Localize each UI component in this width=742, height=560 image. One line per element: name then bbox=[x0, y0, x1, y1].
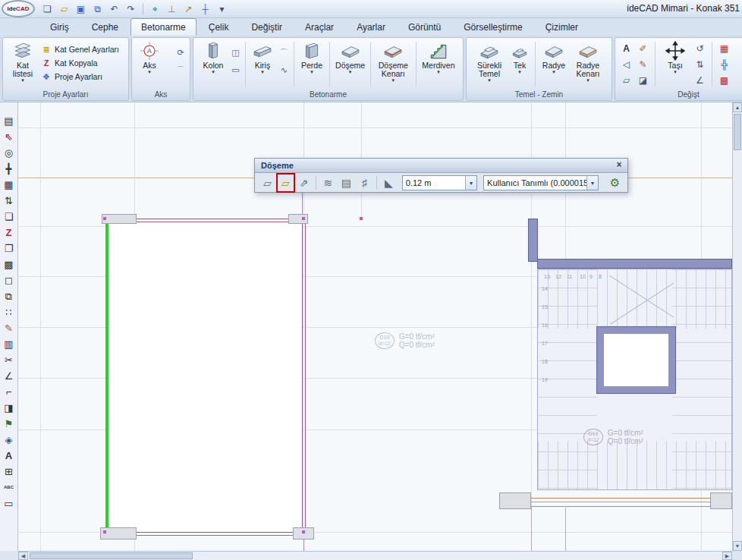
snap-near-icon[interactable]: ↗ bbox=[182, 2, 195, 16]
toolbar-options-icon[interactable]: ▾ bbox=[215, 2, 228, 16]
curved-beam-icon[interactable]: ∿ bbox=[278, 64, 290, 76]
vertical-scrollbar[interactable]: ▲ ▼ bbox=[732, 102, 742, 551]
copy-icon[interactable]: ❐ bbox=[2, 241, 17, 256]
wall-segment[interactable] bbox=[504, 506, 732, 507]
rect-icon[interactable]: ▭ bbox=[2, 496, 17, 511]
tab-goruntu[interactable]: Görüntü bbox=[398, 18, 451, 36]
table-icon[interactable]: ⊞ bbox=[2, 464, 17, 479]
column-block[interactable] bbox=[100, 527, 137, 540]
scroll-right-icon[interactable]: ▶ bbox=[722, 552, 732, 560]
kat-kopyala-button[interactable]: ZKat Kopyala bbox=[39, 56, 121, 70]
selected-wall-green[interactable] bbox=[105, 222, 108, 533]
redo-icon[interactable]: ↷ bbox=[124, 2, 137, 16]
angle-icon[interactable]: ∠ bbox=[2, 369, 17, 383]
column-block[interactable] bbox=[102, 214, 137, 224]
radye-kenari-button[interactable]: Radye Kenarı▾ bbox=[571, 39, 605, 84]
horizontal-scroll-thumb[interactable] bbox=[30, 552, 193, 559]
entity-list-icon[interactable]: ▤ bbox=[2, 114, 17, 128]
slab-material-combo[interactable]: Kullanıcı Tanımlı (0.000015 ▾ bbox=[483, 175, 599, 190]
column-block[interactable] bbox=[710, 492, 732, 509]
kolon-button[interactable]: Kolon▾ bbox=[199, 39, 228, 76]
scroll-down-icon[interactable]: ▼ bbox=[733, 541, 742, 551]
snap-grid-icon[interactable]: ┼ bbox=[199, 2, 212, 16]
gem-icon[interactable]: ◈ bbox=[2, 433, 17, 447]
measure-pen-icon[interactable]: ✐ bbox=[637, 42, 649, 55]
tab-gorsellestirme[interactable]: Görselleştirme bbox=[453, 18, 533, 36]
shaft-column-icon[interactable]: ▭ bbox=[229, 64, 241, 76]
column-block[interactable] bbox=[288, 214, 308, 224]
app-logo-icon[interactable]: ideCAD bbox=[2, 0, 35, 17]
hatch-icon[interactable]: ▩ bbox=[2, 257, 17, 272]
node-icon[interactable]: ∷ bbox=[2, 305, 17, 319]
circular-axis-icon[interactable]: ⟳ bbox=[174, 46, 187, 58]
flip-icon[interactable]: ⇅ bbox=[693, 58, 706, 71]
node-handle[interactable] bbox=[302, 217, 305, 220]
region-icon[interactable]: ◻ bbox=[2, 273, 17, 288]
tab-cephe[interactable]: Cephe bbox=[81, 18, 129, 36]
poly-column-icon[interactable]: ◫ bbox=[229, 46, 241, 58]
surekli-temel-button[interactable]: Sürekli Temel▾ bbox=[473, 39, 506, 84]
node-handle[interactable] bbox=[103, 217, 106, 220]
zoom-icon[interactable]: ◎ bbox=[2, 146, 17, 160]
section-icon[interactable]: ▥ bbox=[2, 337, 17, 351]
save-icon[interactable]: ▣ bbox=[74, 2, 87, 16]
sheet-icon[interactable]: ❏ bbox=[2, 209, 17, 224]
slab-no-hatch-icon[interactable]: ♯ bbox=[357, 175, 373, 191]
stairwell[interactable]: 13 12 11 10 9 8 14 15 16 17 18 19 bbox=[528, 219, 732, 507]
tab-cizimler[interactable]: Çizimler bbox=[535, 18, 589, 36]
slab-hatch-icon[interactable]: ≋ bbox=[320, 175, 336, 191]
aks-button[interactable]: A Aks▾ bbox=[135, 39, 164, 76]
doseme-button[interactable]: Döşeme▾ bbox=[334, 39, 367, 76]
perde-button[interactable]: Perde▾ bbox=[297, 39, 326, 76]
arc-axis-icon[interactable]: ⌒ bbox=[174, 64, 187, 76]
wall-segment[interactable] bbox=[504, 498, 732, 499]
edit-pencil-icon[interactable]: ✎ bbox=[637, 58, 649, 71]
wall-segment[interactable] bbox=[302, 219, 303, 533]
select-arrow-icon[interactable]: ⇖ bbox=[2, 130, 17, 144]
toolbar-title[interactable]: Döşeme × bbox=[255, 159, 627, 173]
chevron-down-icon[interactable]: ▾ bbox=[586, 176, 598, 190]
text-style-icon[interactable]: A bbox=[620, 42, 633, 55]
slab-label-d13[interactable]: D13d=12 G=0 tf/cm²Q=0 tf/cm² bbox=[583, 429, 643, 445]
doseme-floating-toolbar[interactable]: Döşeme × ▱ ▱ ⇗ ≋ ▤ ♯ ◣ 0.12 m ▾ Kullanıc… bbox=[254, 158, 628, 193]
tasi-button[interactable]: Taşı▾ bbox=[661, 39, 690, 76]
tab-araclar[interactable]: Araçlar bbox=[294, 18, 344, 36]
wall-segment[interactable] bbox=[528, 219, 538, 262]
tab-ayarlar[interactable]: Ayarlar bbox=[346, 18, 396, 36]
node-handle[interactable] bbox=[103, 530, 106, 533]
fill-icon[interactable]: ◨ bbox=[2, 401, 17, 415]
vertical-scroll-thumb[interactable] bbox=[734, 114, 741, 150]
radye-button[interactable]: Radye▾ bbox=[539, 39, 568, 76]
stair-opening[interactable] bbox=[597, 327, 675, 393]
kiris-button[interactable]: Kiriş▾ bbox=[249, 39, 276, 76]
tek-temel-button[interactable]: Tek▾ bbox=[508, 39, 531, 76]
slab-slope-icon[interactable]: ◣ bbox=[381, 175, 397, 191]
hatch-array-icon[interactable]: ▩ bbox=[718, 74, 731, 87]
horizontal-scrollbar[interactable]: ◀ ▶ bbox=[18, 551, 732, 560]
wall-segment[interactable] bbox=[504, 502, 732, 502]
tab-giris[interactable]: Giriş bbox=[39, 18, 80, 36]
grid-array-icon[interactable]: ╬ bbox=[718, 58, 731, 71]
region-edit-icon[interactable]: ▱ bbox=[620, 74, 633, 87]
column-block[interactable] bbox=[499, 492, 531, 509]
undo-icon[interactable]: ↶ bbox=[108, 2, 121, 16]
close-icon[interactable]: × bbox=[614, 160, 624, 171]
slab-create-icon[interactable]: ▱ bbox=[278, 175, 294, 191]
node-handle[interactable] bbox=[360, 217, 363, 220]
layers-icon[interactable]: ⧉ bbox=[2, 289, 17, 304]
text-icon[interactable]: A bbox=[2, 448, 17, 463]
wall-segment[interactable] bbox=[537, 259, 732, 269]
room-interior[interactable] bbox=[107, 222, 303, 533]
flag-icon[interactable]: ⚑ bbox=[2, 417, 17, 431]
wall-segment[interactable] bbox=[305, 219, 306, 533]
array-icon[interactable]: ▦ bbox=[718, 42, 731, 55]
tab-betonarme[interactable]: Betonarme bbox=[130, 18, 197, 36]
doseme-kenari-button[interactable]: Döşeme Kenarı▾ bbox=[374, 39, 412, 84]
chevron-down-icon[interactable]: ▾ bbox=[465, 176, 476, 190]
grid-icon[interactable]: ▦ bbox=[2, 178, 17, 192]
open-file-icon[interactable]: ▱ bbox=[58, 2, 71, 16]
fill-corner-icon[interactable]: ◪ bbox=[637, 74, 649, 87]
slab-thickness-combo[interactable]: 0.12 m ▾ bbox=[402, 175, 477, 190]
angle-edit-icon[interactable]: ∠ bbox=[693, 74, 706, 87]
slab-label-d10[interactable]: D10d=12 G=0 tf/cm²Q=0 tf/cm² bbox=[375, 332, 435, 349]
